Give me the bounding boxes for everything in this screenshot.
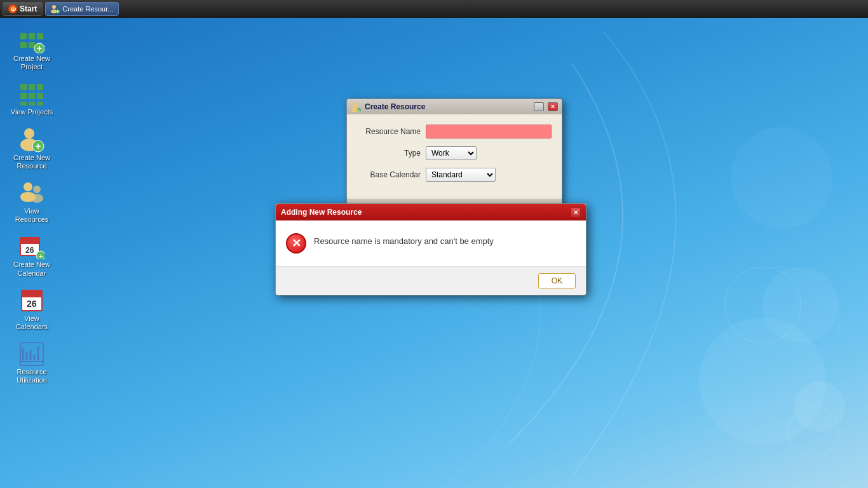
create-new-resource-label: Create NewResource — [13, 154, 50, 170]
svg-point-27 — [24, 182, 32, 191]
create-new-calendar-label: Create NewCalendar — [13, 261, 50, 277]
svg-point-0 — [52, 5, 56, 9]
create-resource-titlebar: + Create Resource _ ✕ — [347, 99, 562, 114]
svg-rect-8 — [29, 33, 35, 39]
svg-rect-21 — [29, 102, 35, 105]
svg-rect-33 — [20, 243, 39, 244]
taskbar-create-resource-item[interactable]: + Create Resour... — [45, 2, 119, 16]
desktop-icon-view-calendars[interactable]: 26 View Calendars — [6, 285, 57, 334]
error-titlebar: Adding New Resource ✕ — [276, 204, 586, 220]
svg-rect-18 — [29, 93, 35, 99]
svg-point-4 — [724, 267, 801, 343]
svg-rect-9 — [37, 33, 43, 39]
start-label: Start — [20, 4, 37, 13]
error-dialog: Adding New Resource ✕ ✕ Resource name is… — [275, 203, 587, 295]
svg-text:26: 26 — [27, 299, 37, 309]
view-resources-icon — [19, 180, 44, 206]
desktop-icon-create-new-resource[interactable]: + Create NewResource — [6, 125, 57, 173]
taskbar-item-label: Create Resour... — [62, 5, 113, 13]
error-body: ✕ Resource name is mandatory and can't b… — [276, 220, 586, 266]
resource-name-row: Resource Name — [357, 125, 552, 139]
start-button[interactable]: ⏻ Start — [3, 2, 43, 16]
base-calendar-row: Base Calendar Standard Night Shift 24 Ho… — [357, 168, 552, 182]
error-close-button[interactable]: ✕ — [571, 207, 581, 217]
view-calendars-label: View Calendars — [9, 315, 55, 331]
svg-rect-16 — [37, 84, 43, 90]
taskbar-item-icon: + — [51, 4, 60, 13]
svg-point-30 — [31, 194, 43, 203]
svg-rect-15 — [29, 84, 35, 90]
error-footer: OK — [276, 266, 586, 295]
desktop-icon-view-projects[interactable]: View Projects — [6, 79, 57, 119]
svg-rect-22 — [37, 102, 43, 105]
base-calendar-select[interactable]: Standard Night Shift 24 Hours — [426, 168, 496, 182]
desktop-icons: + Create NewProject View Projects — [6, 25, 57, 387]
svg-rect-17 — [20, 93, 27, 99]
desktop-icon-create-new-calendar[interactable]: 26 + Create NewCalendar — [6, 231, 57, 280]
svg-text:+: + — [358, 109, 360, 112]
error-title: Adding New Resource — [281, 208, 567, 217]
svg-rect-10 — [20, 42, 27, 48]
desktop-icon-view-resources[interactable]: ViewResources — [6, 178, 57, 226]
create-resource-content: Resource Name Type Work Material Cost Ba… — [347, 114, 562, 200]
type-select[interactable]: Work Material Cost — [426, 146, 477, 160]
create-new-calendar-icon: 26 + — [19, 234, 44, 259]
create-resource-title: Create Resource — [365, 102, 530, 111]
desktop-icon-create-new-project[interactable]: + Create NewProject — [6, 25, 57, 74]
svg-text:+: + — [36, 141, 41, 151]
svg-rect-20 — [20, 102, 27, 105]
svg-text:+: + — [37, 43, 42, 53]
resource-name-label: Resource Name — [357, 127, 421, 136]
create-new-project-label: Create NewProject — [13, 55, 50, 71]
ok-button[interactable]: OK — [538, 273, 576, 288]
svg-rect-14 — [20, 84, 27, 90]
resource-utilization-label: ResourceUtilization — [17, 368, 47, 384]
svg-point-29 — [33, 186, 41, 193]
type-row: Type Work Material Cost — [357, 146, 552, 160]
svg-text:26: 26 — [25, 246, 34, 255]
base-calendar-label: Base Calendar — [357, 170, 421, 179]
view-projects-icon — [19, 81, 44, 107]
svg-rect-7 — [20, 33, 27, 39]
close-button[interactable]: ✕ — [548, 102, 558, 111]
svg-rect-39 — [22, 296, 42, 297]
svg-text:+: + — [57, 10, 59, 14]
svg-point-23 — [24, 128, 34, 139]
view-calendars-icon: 26 — [19, 288, 44, 313]
start-icon: ⏻ — [8, 4, 17, 13]
view-projects-label: View Projects — [11, 108, 53, 116]
resource-name-input[interactable] — [426, 125, 552, 139]
svg-point-6 — [788, 407, 839, 458]
error-icon: ✕ — [286, 233, 306, 254]
create-new-project-icon: + — [19, 28, 44, 53]
desktop-icon-resource-utilization[interactable]: ResourceUtilization — [6, 339, 57, 387]
svg-point-5 — [724, 267, 839, 381]
minimize-button[interactable]: _ — [534, 102, 544, 111]
error-message: Resource name is mandatory and can't be … — [314, 233, 494, 247]
type-label: Type — [357, 149, 421, 158]
create-new-resource-icon: + — [19, 127, 44, 152]
create-resource-title-icon: + — [351, 102, 361, 112]
view-resources-label: ViewResources — [15, 207, 49, 224]
svg-text:+: + — [39, 252, 43, 260]
svg-rect-19 — [37, 93, 43, 99]
svg-rect-11 — [29, 42, 35, 48]
taskbar: ⏻ Start + Create Resour... — [0, 0, 868, 18]
resource-utilization-icon — [19, 341, 44, 367]
svg-point-48 — [353, 102, 358, 107]
